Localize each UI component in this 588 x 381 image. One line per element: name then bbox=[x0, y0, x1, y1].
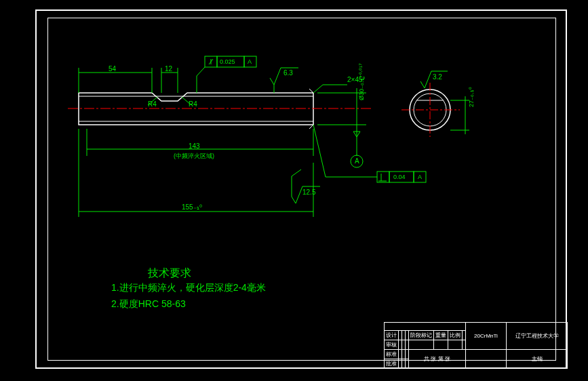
svg-line-1 bbox=[309, 125, 313, 129]
tol2-val: 0.04 bbox=[393, 174, 406, 180]
svg-line-39 bbox=[292, 169, 301, 176]
dim-143-note: (中频淬火区域) bbox=[174, 152, 214, 161]
req-line1: 1.进行中频淬火，硬化层深度2-4毫米 bbox=[111, 282, 266, 294]
dim-155-val: 155₋₁⁰ bbox=[182, 203, 202, 211]
datumA-val: A bbox=[355, 157, 359, 165]
tol1-val: 0.025 bbox=[220, 58, 235, 65]
tb-partname: 主销 bbox=[507, 350, 568, 369]
title-block: 20CrMnTi 辽宁工程技术大学 设计阶段标记重量比例 审核 标准 共 张 第… bbox=[384, 322, 568, 369]
dim-27 bbox=[450, 96, 469, 134]
req-line2: 2.硬度HRC 58-63 bbox=[111, 298, 186, 310]
sf32-val: 3.2 bbox=[433, 73, 442, 81]
tol2-datum: A bbox=[418, 174, 422, 180]
tol1-datum: A bbox=[248, 58, 252, 65]
sf125-val: 12.5 bbox=[302, 188, 315, 196]
dia30-val: Ø30₋₀.₁⁺⁰·⁰¹⁷ bbox=[358, 63, 365, 100]
dim-12-val: 12 bbox=[165, 65, 172, 73]
tb-org: 辽宁工程技术大学 bbox=[507, 323, 568, 350]
req-title: 技术要求 bbox=[148, 266, 191, 281]
shaft-end-view bbox=[401, 83, 460, 137]
r4b-val: R4 bbox=[189, 100, 197, 108]
dim-143-val: 143 bbox=[189, 142, 200, 150]
svg-line-0 bbox=[309, 89, 313, 93]
dim27-val: 27₋₀.₁⁰ bbox=[468, 87, 475, 107]
tb-material: 20CrMnTi bbox=[466, 323, 507, 350]
shaft-main-view bbox=[68, 85, 373, 129]
sf-12.5 bbox=[292, 169, 320, 203]
dim-54-val: 54 bbox=[109, 65, 116, 73]
sf63-val: 6.3 bbox=[283, 69, 293, 77]
r4a-val: R4 bbox=[148, 100, 157, 108]
gtol-right bbox=[313, 125, 426, 182]
